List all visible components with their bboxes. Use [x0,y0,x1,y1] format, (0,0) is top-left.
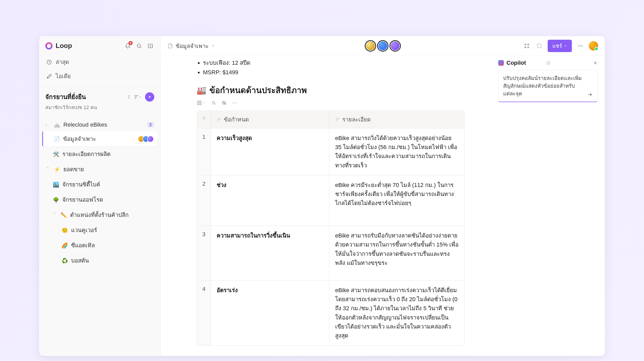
text-icon [335,117,340,122]
tree-label: ยอดขาย [63,165,154,174]
text-icon [202,116,206,121]
tree-item-vancouver[interactable]: 🙂 แวนคูเวอร์ [42,223,157,238]
nav-recent-label: ล่าสุด [56,58,69,67]
row-number: 3 [197,226,211,280]
heading-text: ข้อกำหนดด้านประสิทธิภาพ [209,84,307,97]
send-button[interactable] [587,92,593,97]
cell-spec[interactable]: ช่วง [211,175,329,226]
nav-section: ล่าสุด ไอเดีย [39,54,160,84]
list-item[interactable]: MSRP: $1499 [203,68,465,77]
data-table: ข้อกำหนด รายละเอียด 1 ความเร็วสูงสุด eBi… [197,111,465,346]
notifications-button[interactable]: 8 [124,42,132,50]
tree-item-offroad[interactable]: 🌳 จักรยานออฟโรด [42,192,157,207]
chevron-expand-icon[interactable] [127,95,131,99]
app-logo [45,42,53,50]
table-row[interactable]: 2 ช่วง eBike ควรมีระยะต่ำสุด 70 ไมล์ (11… [197,175,464,226]
search-button[interactable] [135,42,143,50]
view-button[interactable] [197,100,206,105]
nav-recent[interactable]: ล่าสุด [43,55,157,69]
user-avatar[interactable] [589,41,598,51]
workspace-title: จักรยานที่ยั่งยืน [45,92,124,102]
notification-badge: 8 [129,41,133,45]
add-page-button[interactable]: + [145,92,154,102]
tree-label: Relecloud eBikes [63,121,144,128]
svg-point-9 [580,45,581,46]
copilot-title: Copilot [506,60,544,66]
list-item[interactable]: ระบบเฟือง: 12 สปีด [203,58,465,68]
main-area: ข้อมูลจำเพาะ แชร์ [161,36,605,356]
cell-details[interactable]: eBike สามารถรับมือกับทางลาดชันได้อย่างง่… [329,226,464,280]
sort-button[interactable] [134,93,141,101]
svg-point-18 [236,102,236,103]
table-row[interactable]: 4 อัตราเร่ง eBike สามารถตอบสนองการเร่งคว… [197,281,464,345]
column-header-details[interactable]: รายละเอียด [329,111,464,128]
svg-point-8 [578,45,579,46]
workspace-header: จักรยานที่ยั่งยืน + สมาชิกเวิร์กสเปซ 12 … [39,86,160,114]
svg-point-3 [525,44,526,45]
copilot-input[interactable]: ปรับปรุงคอลัมน์รายละเอียดและเพิ่มสัญลักษ… [498,70,598,102]
table-row[interactable]: 1 ความเร็วสูงสุด eBike สามารถวิ่งได้ด้วย… [197,128,464,175]
svg-point-17 [234,102,235,103]
tree-item-boston[interactable]: ♻️ บอสตัน [42,253,157,268]
city-icon: 🏙️ [53,182,59,188]
section-heading[interactable]: 🏭 ข้อกำหนดด้านประสิทธิภาพ [197,84,465,97]
close-icon[interactable] [593,61,598,65]
cell-spec[interactable]: อัตราเร่ง [211,281,329,345]
tree-label: ซีแอตเทิล [71,241,154,250]
workspace-subtitle: สมาชิกเวิร์กสเปซ 12 คน [45,103,154,111]
table-more-button[interactable] [232,100,237,105]
column-header-spec[interactable]: ข้อกำหนด [211,111,329,128]
cell-spec[interactable]: ความสามารถในการวิ่งขึ้นเนิน [211,226,329,280]
component-button[interactable] [535,42,543,50]
chevron-down-icon[interactable] [211,44,215,48]
cell-details[interactable]: eBike ควรมีระยะต่ำสุด 70 ไมล์ (112 กม.) … [329,175,464,226]
sort-table-button[interactable] [211,100,216,105]
more-button[interactable] [577,42,584,50]
svg-point-0 [137,44,141,47]
presence-avatar[interactable] [365,40,376,52]
presence-avatar[interactable] [377,40,388,52]
chevron-down-icon: › [46,167,50,172]
tree-item-seattle[interactable]: 🌈 ซีแอตเทิล [42,238,157,253]
apps-button[interactable] [523,42,531,50]
svg-rect-12 [200,101,201,102]
copilot-prompt-text: ปรับปรุงคอลัมน์รายละเอียดและเพิ่มสัญลักษ… [503,74,584,97]
rainbow-icon: 🌈 [61,242,68,249]
cell-details[interactable]: eBike สามารถวิ่งได้ด้วยความเร็วสูงสุดอย่… [329,128,464,175]
copilot-logo [498,60,504,66]
tree-item-sales[interactable]: › ⚡ ยอดขาย [42,162,157,177]
chevron-down-icon: › [53,213,57,217]
tree-item-citybike[interactable]: 🏙️ จักรยานซิตี้ไบค์ [42,177,157,192]
svg-point-4 [528,44,529,45]
tree-item-relecloud[interactable]: › 🚲 Relecloud eBikes 2 [42,118,157,131]
add-panel-button[interactable] [147,42,154,50]
tree-item-retail[interactable]: › ✏️ ตำแหน่งที่ตั้งร้านค้าปลีก [42,207,157,223]
recycle-icon: ♻️ [61,258,68,264]
bike-icon: 🚲 [54,122,60,128]
pencil-icon: ✏️ [60,212,67,218]
document-title[interactable]: ข้อมูลจำเพาะ [176,42,209,51]
bullet-list[interactable]: ระบบเฟือง: 12 สปีด MSRP: $1499 [197,58,465,77]
presence-avatar[interactable] [389,40,401,52]
tools-icon: 🛠️ [53,151,59,157]
nav-ideas[interactable]: ไอเดีย [43,69,157,83]
hide-button[interactable] [222,100,227,105]
sidebar-header: Loop 8 [39,36,160,54]
share-button[interactable]: แชร์ [548,40,572,52]
table-row[interactable]: 3 ความสามารถในการวิ่งขึ้นเนิน eBike สามา… [197,226,464,281]
unread-badge: 2 [147,122,154,127]
row-number: 4 [197,281,211,345]
svg-point-5 [525,47,526,48]
share-label: แชร์ [552,42,562,50]
tree-item-specs[interactable]: 📄 ข้อมูลจำเพาะ [42,131,157,146]
svg-point-6 [528,47,529,48]
tree-label: บอสตัน [71,256,154,265]
presence-avatars [365,40,401,52]
cell-details[interactable]: eBike สามารถตอบสนองการเร่งความเร็วได้ดีเ… [329,281,464,345]
info-icon[interactable] [546,61,550,65]
document-content: ระบบเฟือง: 12 สปีด MSRP: $1499 🏭 ข้อกำหน… [161,56,605,356]
collaborator-avatars [140,136,154,142]
cell-spec[interactable]: ความเร็วสูงสุด [211,128,329,175]
tree-item-production[interactable]: 🛠️ รายละเอียดการผลิต [42,146,157,162]
tree-label: รายละเอียดการผลิต [62,150,154,159]
